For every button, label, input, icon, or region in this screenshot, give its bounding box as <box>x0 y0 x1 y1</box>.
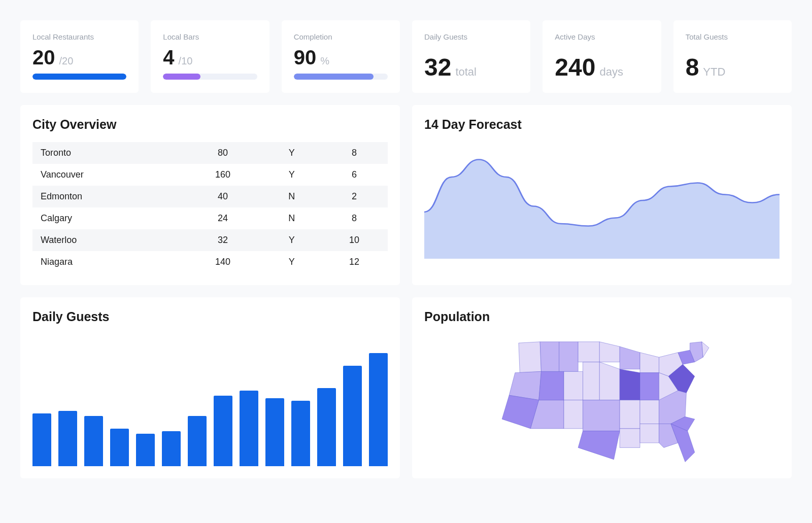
table-row: Edmonton40N2 <box>32 186 388 207</box>
table-row: Waterloo32Y10 <box>32 229 388 251</box>
bar <box>214 396 232 466</box>
bar <box>162 431 181 466</box>
bar <box>291 401 310 466</box>
table-row: Niagara140Y12 <box>32 251 388 273</box>
stat-value: 20 <box>32 47 55 67</box>
bar <box>343 366 362 466</box>
card-title: Population <box>424 309 780 324</box>
stat-value: 90 <box>294 47 317 67</box>
progress-bar <box>294 74 388 80</box>
stat-label: Local Bars <box>163 32 257 41</box>
stat-active-days: Active Days 240 days <box>543 20 661 93</box>
table-row: Toronto80Y8 <box>32 142 388 164</box>
stat-total-guests: Total Guests 8 YTD <box>673 20 792 93</box>
stat-local-restaurants: Local Restaurants 20 /20 <box>20 20 139 93</box>
stat-suffix: % <box>320 55 329 67</box>
bottom-row: Daily Guests Population <box>20 297 792 478</box>
card-title: City Overview <box>32 117 388 132</box>
stat-value: 240 <box>555 55 595 80</box>
stat-suffix: total <box>455 65 477 79</box>
bar <box>188 416 207 466</box>
stat-label: Daily Guests <box>424 32 518 41</box>
stat-label: Local Restaurants <box>32 32 126 41</box>
bar <box>84 416 103 466</box>
stat-local-bars: Local Bars 4 /10 <box>151 20 269 93</box>
stat-row: Local Restaurants 20 /20 Local Bars 4 /1… <box>20 20 792 93</box>
bar <box>317 388 336 466</box>
stat-suffix: days <box>599 65 623 79</box>
stat-label: Total Guests <box>686 32 780 41</box>
stat-suffix: /10 <box>179 55 193 67</box>
us-population-map <box>488 329 716 471</box>
table-row: Calgary24N8 <box>32 207 388 229</box>
stat-value: 32 <box>424 55 451 80</box>
bar <box>369 353 388 466</box>
forecast-card: 14 Day Forecast <box>412 105 792 285</box>
progress-fill <box>163 74 200 80</box>
bar <box>58 411 77 466</box>
forecast-area-chart <box>424 142 780 259</box>
bar <box>110 429 129 466</box>
stat-label: Completion <box>294 32 388 41</box>
card-title: Daily Guests <box>32 309 388 324</box>
stat-value: 4 <box>163 47 174 67</box>
population-card: Population <box>412 297 792 478</box>
bar <box>136 434 155 466</box>
city-overview-table: Toronto80Y8Vancouver160Y6Edmonton40N2Cal… <box>32 142 388 273</box>
stat-label: Active Days <box>555 32 649 41</box>
daily-guests-bar-chart <box>32 334 388 466</box>
progress-fill <box>294 74 374 80</box>
stat-completion: Completion 90 % <box>282 20 400 93</box>
stat-suffix: /20 <box>59 55 74 67</box>
table-row: Vancouver160Y6 <box>32 164 388 186</box>
stat-suffix: YTD <box>703 65 725 79</box>
progress-fill <box>32 74 126 80</box>
bar <box>32 413 51 466</box>
card-title: 14 Day Forecast <box>424 117 780 132</box>
bar <box>265 398 284 466</box>
mid-row: City Overview Toronto80Y8Vancouver160Y6E… <box>20 105 792 285</box>
city-overview-card: City Overview Toronto80Y8Vancouver160Y6E… <box>20 105 400 285</box>
bar <box>240 391 258 466</box>
daily-guests-card: Daily Guests <box>20 297 400 478</box>
progress-bar <box>32 74 126 80</box>
progress-bar <box>163 74 257 80</box>
stat-value: 8 <box>686 55 699 80</box>
stat-daily-guests: Daily Guests 32 total <box>412 20 530 93</box>
